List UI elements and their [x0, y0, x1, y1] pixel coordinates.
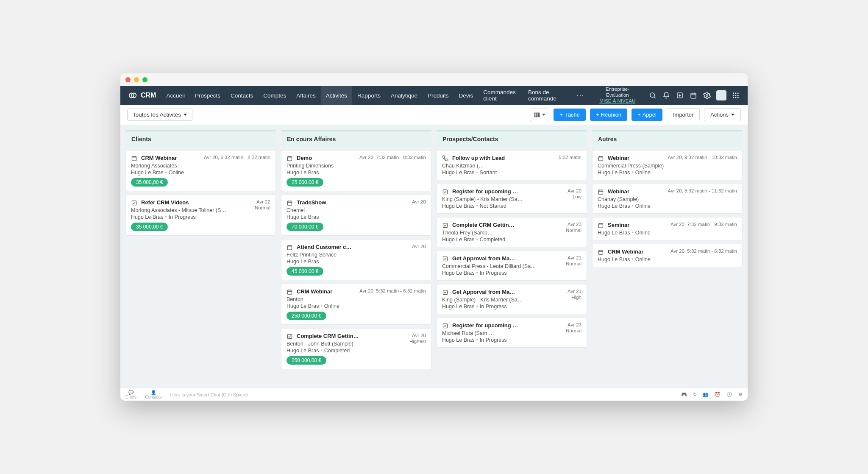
card-date: Avr 20	[412, 199, 426, 204]
maximize-window-button[interactable]	[142, 77, 147, 82]
card-meta: Hugo Le Bras•Completed	[442, 237, 566, 243]
column-header: En cours Affaires	[281, 130, 431, 147]
amount-badge: 45 000,00 €	[287, 267, 323, 276]
view-options-button[interactable]	[530, 109, 549, 121]
activity-card[interactable]: WebinarChanay (Sample)Hugo Le Bras•Onlin…	[592, 184, 743, 214]
activity-card[interactable]: Refer CRM VideosMorlong Associates - Mit…	[125, 195, 276, 236]
app-window: CRM AccueilProspectsContactsComptesAffai…	[120, 73, 748, 401]
close-window-button[interactable]	[125, 77, 131, 82]
activity-card[interactable]: Get Approval from Ma…Commercial Press - …	[437, 251, 587, 281]
card-date: Avr 20, 7:32 matin - 9:32 matin	[670, 222, 737, 227]
card-title: Seminar	[608, 222, 670, 228]
footer-bar: 💬 Chats 👤 Contacts Here is your Smart Ch…	[120, 388, 748, 401]
activity-card[interactable]: CRM WebinarHugo Le Bras•OnlineAvr 20, 5:…	[592, 244, 743, 267]
amount-badge: 250 000,00 €	[287, 312, 326, 320]
card-title: Webinar	[608, 188, 668, 195]
check-icon	[442, 189, 449, 195]
upgrade-banner: Entreprise- Évaluation MISE À NIVEAU	[592, 86, 643, 104]
add-icon[interactable]	[676, 91, 684, 100]
activity-card[interactable]: CRM WebinarBentonHugo Le Bras•Online250 …	[281, 284, 431, 325]
nav-item-accueil[interactable]: Accueil	[161, 86, 190, 105]
activity-card[interactable]: Register for upcoming …King (Sample) - K…	[437, 184, 587, 214]
card-meta: Hugo Le Bras•Online	[598, 203, 668, 209]
card-meta: Hugo Le Bras	[287, 259, 412, 265]
minimize-window-button[interactable]	[134, 77, 139, 82]
check-icon	[442, 323, 449, 329]
activity-card[interactable]: Attend Customer c…Feltz Printing Service…	[281, 239, 431, 280]
brand[interactable]: CRM	[125, 91, 159, 100]
card-priority: High	[568, 295, 581, 300]
actions-dropdown[interactable]: Actions	[704, 108, 741, 121]
add-task-button[interactable]: + Tâche	[554, 109, 586, 121]
add-meeting-button[interactable]: + Réunion	[590, 109, 627, 121]
card-title: CRM Webinar	[141, 155, 204, 161]
kanban-board: ClientsCRM WebinarMorlong AssociatesHugo…	[120, 125, 748, 388]
nav-item-produits[interactable]: Produits	[423, 86, 454, 105]
import-button[interactable]: Importer	[667, 108, 700, 121]
nav-more-button[interactable]: ⋯	[572, 91, 588, 100]
nav-item-activités[interactable]: Activités	[321, 86, 352, 105]
nav-item-prospects[interactable]: Prospects	[190, 86, 225, 105]
gear-icon[interactable]	[703, 91, 711, 100]
nav-item-affaires[interactable]: Affaires	[291, 86, 321, 105]
activity-card[interactable]: Complete CRM Gettin…Theola Frey (Samp…Hu…	[437, 217, 587, 247]
check-icon	[442, 256, 449, 262]
activity-card[interactable]: WebinarCommercial Press (Sample)Hugo Le …	[592, 150, 743, 180]
people-icon[interactable]: 👥	[703, 392, 709, 397]
nav-item-bons-de-commande[interactable]: Bons de commande	[523, 86, 570, 105]
svg-rect-63	[599, 250, 603, 254]
calendar-icon	[131, 155, 138, 162]
activity-card[interactable]: DemoPrinting DimensionsHugo Le Bras25 00…	[281, 150, 431, 191]
calendar-icon	[598, 189, 604, 195]
upgrade-link[interactable]: MISE À NIVEAU	[599, 98, 635, 103]
nav-item-contacts[interactable]: Contacts	[225, 86, 258, 105]
card-date: Avr 20	[412, 244, 426, 249]
settings-footer-icon[interactable]: ⚙	[738, 392, 743, 397]
activity-card[interactable]: Complete CRM Gettin…Benton - John Butt (…	[281, 328, 431, 369]
amount-badge: 25 000,00 €	[287, 178, 323, 187]
check-icon	[287, 333, 293, 340]
activities-filter-dropdown[interactable]: Toutes les Activités	[127, 109, 192, 121]
calendar-icon	[287, 200, 293, 206]
svg-point-14	[737, 92, 739, 94]
add-call-button[interactable]: + Appel	[632, 109, 662, 121]
gamepad-icon[interactable]: 🎮	[681, 392, 687, 397]
nav-item-analytique[interactable]: Analytique	[386, 86, 423, 105]
svg-rect-50	[443, 324, 448, 328]
card-title: TradeShow	[297, 199, 412, 206]
nav-item-comptes[interactable]: Comptes	[258, 86, 291, 105]
user-avatar[interactable]	[716, 90, 726, 100]
card-title: CRM Webinar	[608, 248, 670, 255]
svg-rect-59	[599, 223, 603, 228]
history-icon[interactable]: 🕓	[726, 392, 732, 397]
svg-point-20	[737, 97, 739, 98]
svg-rect-49	[443, 290, 448, 295]
amount-badge: 250 000,00 €	[287, 356, 326, 365]
card-related: Commercial Press - Leota Dilliard (Sa…	[442, 263, 566, 269]
card-meta: Hugo Le Bras•Online	[598, 257, 670, 262]
card-meta: Hugo Le Bras	[287, 214, 412, 220]
nav-item-commandes-client[interactable]: Commandes client	[478, 86, 523, 105]
activity-card[interactable]: Register for upcoming …Michael Ruta (Sam…	[437, 318, 587, 348]
calendar-icon	[598, 249, 604, 256]
card-title: CRM Webinar	[297, 288, 359, 295]
nav-item-devis[interactable]: Devis	[453, 86, 478, 105]
calendar-icon	[598, 155, 604, 162]
activity-card[interactable]: TradeShowChemelHugo Le Bras70 000,00 €Av…	[281, 195, 431, 236]
card-meta: Hugo Le Bras	[287, 170, 359, 176]
footer-chats[interactable]: 💬 Chats	[125, 390, 136, 399]
smart-chat-hint[interactable]: Here is your Smart Chat (Ctrl+Space)	[170, 392, 248, 397]
clock-icon[interactable]: ⏰	[715, 392, 721, 397]
apps-grid-icon[interactable]	[732, 91, 740, 100]
activity-card[interactable]: Get Apporval from Ma…King (Sample) - Kri…	[437, 284, 587, 314]
activity-card[interactable]: CRM WebinarMorlong AssociatesHugo Le Bra…	[125, 150, 276, 191]
svg-rect-45	[288, 335, 292, 339]
activity-card[interactable]: Follow up with LeadChau Kitzman (…Hugo L…	[437, 150, 587, 180]
bell-icon[interactable]	[662, 91, 670, 100]
calendar-icon[interactable]	[689, 91, 698, 100]
nav-item-rapports[interactable]: Rapports	[352, 86, 386, 105]
activity-card[interactable]: SeminarHugo Le Bras•OnlineAvr 20, 7:32 m…	[592, 217, 743, 240]
footer-contacts[interactable]: 👤 Contacts	[145, 390, 161, 399]
refresh-icon[interactable]: ↻	[693, 392, 697, 397]
search-icon[interactable]	[648, 91, 657, 100]
